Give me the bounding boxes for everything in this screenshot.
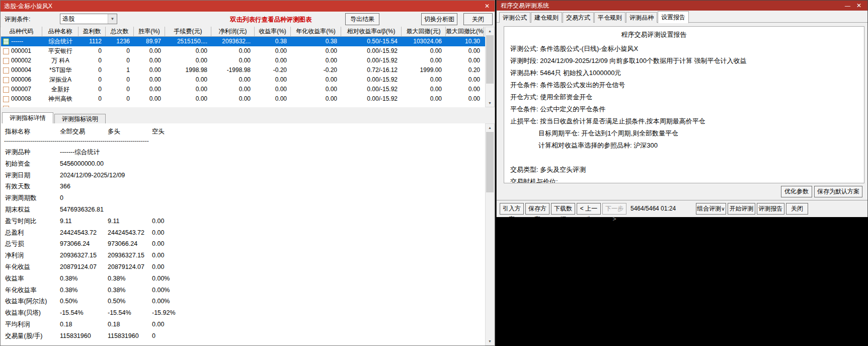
column-header-rate[interactable]: 胜率(%) <box>134 27 165 37</box>
report-line: 开仓条件: 条件选股公式发出的开仓信号 <box>504 79 864 91</box>
tab-设置报告[interactable]: 设置报告 <box>658 11 689 23</box>
bottom-button-引入方案[interactable]: 引入方案 <box>500 203 524 215</box>
left-window-title: 选股-金标小旋风X <box>4 3 52 10</box>
stats-value: 0.18 <box>60 319 72 330</box>
bottom-button-下载数据[interactable]: 下载数据 <box>551 203 575 215</box>
stats-label: 期末权益 <box>5 204 30 216</box>
tab-建仓规则[interactable]: 建仓规则 <box>531 12 562 23</box>
right-title-bar[interactable]: 程序交易评测系统 — ✕ <box>497 1 867 11</box>
column-header-fee[interactable]: 手续费(元) <box>165 27 211 37</box>
cell-rate: 0.00 <box>134 85 165 94</box>
summary-doc-icon <box>3 38 9 45</box>
tab-indicator-description[interactable]: 评测指标说明 <box>54 114 106 123</box>
checkbox-icon[interactable] <box>3 96 9 102</box>
minimize-icon[interactable]: — <box>845 1 850 11</box>
cell-fee: 2515150.... <box>165 37 211 46</box>
tab-评测品种[interactable]: 评测品种 <box>626 12 657 23</box>
close-button[interactable]: 关闭 <box>463 13 493 25</box>
table-row[interactable]: 000002万 科A000.000.000.000.000.000.00/-15… <box>1 56 485 65</box>
stats-scrollbar[interactable]: ▲ ▼ <box>485 123 495 345</box>
tab-评测公式[interactable]: 评测公式 <box>499 12 530 23</box>
scroll-up-icon[interactable]: ▲ <box>486 124 494 131</box>
scroll-down-icon[interactable]: ▼ <box>486 337 494 345</box>
results-table: 品种代码品种名称盈利数总次数胜率(%)手续费(元)净利润(元)收益率(%)年化收… <box>1 27 485 107</box>
table-row[interactable]: 000007全新好000.000.000.000.000.000.00/-15.… <box>1 85 485 94</box>
table-row[interactable]: 000001平安银行000.000.000.000.000.000.00/-15… <box>1 46 485 56</box>
switch-analysis-chart-button[interactable]: 切换分析图 <box>421 13 457 25</box>
tab-平仓规则[interactable]: 平仓规则 <box>594 12 625 23</box>
stats-value: 24424543.72 <box>108 227 144 239</box>
cell-name: 深振业A <box>42 75 78 85</box>
cell-rate: 0.00 <box>134 56 165 65</box>
tab-交易方式[interactable]: 交易方式 <box>563 12 594 23</box>
column-header-ret[interactable]: 收益率(%) <box>255 27 291 37</box>
cell-annual: 0.00 <box>291 56 341 65</box>
table-header-row: 品种代码品种名称盈利数总次数胜率(%)手续费(元)净利润(元)收益率(%)年化收… <box>1 27 485 37</box>
stats-row: 净利润20936327.1520936327.150.00 <box>1 250 485 261</box>
save-default-plan-button[interactable]: 保存为默认方案 <box>814 186 862 197</box>
scrollbar-thumb[interactable] <box>486 132 494 192</box>
report-line: 开仓方式: 使用全部资金开仓 <box>504 91 864 103</box>
stats-value: 0.00 <box>152 319 164 330</box>
stats-value: 0.38% <box>108 273 125 285</box>
bottom-button-开始评测[interactable]: 开始评测 <box>728 203 755 215</box>
left-title-bar[interactable]: 选股-金标小旋风X ✕ <box>1 1 495 12</box>
report-line: 目标周期平仓: 开仓达到1个周期,则全部数量平仓 <box>504 127 864 140</box>
column-header-name[interactable]: 品种名称 <box>42 27 78 37</box>
column-header-code[interactable]: 品种代码 <box>1 27 42 37</box>
bottom-button-评测报告[interactable]: 评测报告 <box>757 203 784 215</box>
stats-value: 0.38% <box>60 285 77 296</box>
table-row[interactable] <box>1 104 485 107</box>
stats-value: 0.38% <box>108 285 125 296</box>
cell-drawdown: 0.00 <box>402 46 446 56</box>
column-header-alpha[interactable]: 相对收益率α/β(%) <box>341 27 402 37</box>
cell-profit: 0.00 <box>211 85 255 94</box>
chevron-down-icon[interactable]: ▼ <box>108 14 117 24</box>
bottom-button-组合评测[interactable]: 组合评测∨ <box>696 203 726 215</box>
scroll-down-icon[interactable]: ▼ <box>486 99 494 107</box>
table-scrollbar[interactable]: ▲ ▼ <box>485 27 495 107</box>
cell-profit: 0.00 <box>211 56 255 65</box>
optimize-params-button[interactable]: 优化参数 <box>781 186 812 197</box>
column-header-total[interactable]: 总次数 <box>106 27 134 37</box>
stats-value: 0 <box>60 192 63 204</box>
checkbox-icon[interactable] <box>3 87 9 93</box>
cell-alpha: 0.00/-15.92 <box>341 56 402 65</box>
close-icon[interactable]: ✕ <box>485 1 490 12</box>
column-header-ddpct[interactable]: 最大回撤比(%) <box>446 27 484 37</box>
bottom-button-保存方案[interactable]: 保存方案 <box>525 203 549 215</box>
checkbox-icon[interactable] <box>3 67 9 74</box>
table-row[interactable]: 000006深振业A000.000.000.000.000.000.00/-15… <box>1 75 485 85</box>
stats-row: 总亏损973066.24973066.240.00 <box>1 238 485 250</box>
column-header-drawdown[interactable]: 最大回撤(元) <box>402 27 446 37</box>
scroll-up-icon[interactable]: ▲ <box>486 27 494 35</box>
settings-report-box: 程序交易评测设置报告 评测公式: 条件选股公式-(日线)-金标小旋风X评测时段:… <box>504 26 864 183</box>
stats-row: 收益率(贝塔)-15.54%-15.54%-15.92% <box>1 307 485 319</box>
column-header-profit[interactable]: 净利润(元) <box>211 27 255 37</box>
close-icon[interactable]: ✕ <box>856 1 861 11</box>
table-row[interactable]: 000004*ST国华010.001998.98-1998.98-0.20-0.… <box>1 65 485 75</box>
panel-splitter[interactable] <box>1 107 494 112</box>
condition-dropdown[interactable]: 选股 ▼ <box>60 14 117 24</box>
table-row[interactable]: 000008神州高铁000.000.000.000.000.000.00/-15… <box>1 94 485 104</box>
scrollbar-thumb[interactable] <box>486 35 494 84</box>
tab-indicator-detail[interactable]: 评测指标详情 <box>2 112 53 123</box>
report-lines: 评测公式: 条件选股公式-(日线)-金标小旋风X评测时段: 2024/12/09… <box>504 43 864 183</box>
column-header-annual[interactable]: 年化收益率(%) <box>291 27 341 37</box>
checkbox-icon[interactable] <box>3 58 9 64</box>
stats-label: 交易量(股/手) <box>5 330 42 342</box>
cell-code-text: 000002 <box>11 56 31 65</box>
table-row[interactable]: ------综合统计1112123689.972515150....209363… <box>1 37 485 46</box>
bottom-button-关闭[interactable]: 关闭 <box>786 203 808 215</box>
checkbox-icon[interactable] <box>3 48 9 54</box>
stats-value: 0 <box>152 330 155 342</box>
cell-code-text: 000001 <box>11 46 31 56</box>
stats-value: 20936327.15 <box>60 250 97 261</box>
export-results-button[interactable]: 导出结果 <box>345 13 379 25</box>
stats-value: 0.00% <box>152 285 170 296</box>
checkbox-icon[interactable] <box>3 77 9 83</box>
stats-value: -15.54% <box>108 307 131 319</box>
column-header-win[interactable]: 盈利数 <box>78 27 106 37</box>
stats-value: 0.50% <box>60 296 77 307</box>
bottom-button-< 上一步[interactable]: < 上一步 <box>577 203 601 215</box>
